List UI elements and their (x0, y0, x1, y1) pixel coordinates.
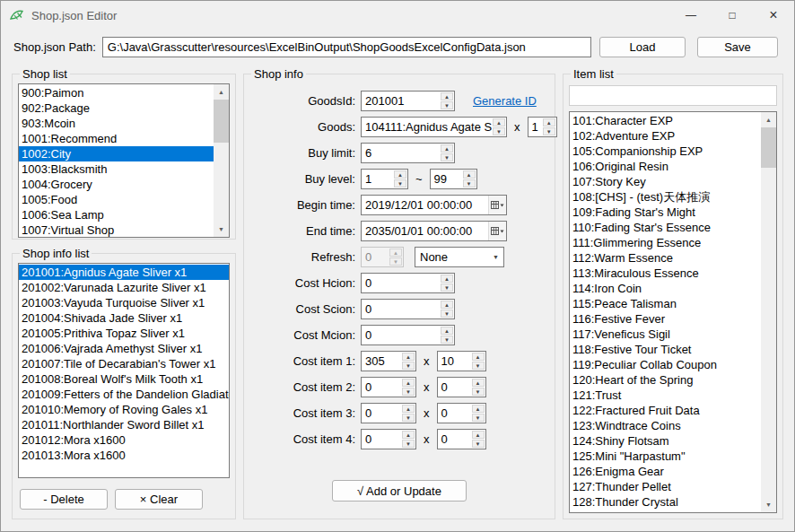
spin-up-icon[interactable]: ▲ (472, 353, 485, 361)
path-input[interactable] (102, 37, 591, 57)
goodsid-spinner[interactable]: 201001 ▲▼ (361, 91, 455, 111)
list-item[interactable]: 201001:Agnidus Agate Sliver x1 (19, 265, 229, 280)
list-item[interactable]: 108:[CHS] - (test)天体推演 (570, 189, 761, 205)
item-search-input[interactable] (569, 85, 777, 106)
spin-up-icon[interactable]: ▲ (394, 170, 406, 179)
scroll-up-icon[interactable]: ▲ (761, 112, 776, 127)
spin-up-icon[interactable]: ▲ (402, 405, 415, 413)
begin-time-picker[interactable]: 2019/12/01 00:00:00 (361, 195, 507, 215)
spin-down-icon[interactable]: ▼ (493, 127, 505, 135)
spin-down-icon[interactable]: ▼ (441, 101, 453, 109)
list-item[interactable]: 128:Thunder Crystal (570, 494, 761, 510)
cost-item-1-id-spinner[interactable]: 305 ▲▼ (361, 351, 416, 371)
close-button[interactable]: × (753, 1, 794, 30)
list-item[interactable]: 111:Glimmering Essence (570, 235, 761, 250)
list-item[interactable]: 201012:Mora x1600 (19, 432, 229, 448)
spin-up-icon[interactable]: ▲ (402, 353, 415, 361)
save-button[interactable]: Save (697, 37, 778, 57)
spin-up-icon[interactable]: ▲ (389, 249, 402, 257)
spin-down-icon[interactable]: ▼ (543, 127, 555, 135)
list-item[interactable]: 101:Character EXP (570, 113, 761, 128)
spin-down-icon[interactable]: ▼ (402, 414, 415, 422)
list-item[interactable]: 903:Mcoin (19, 116, 214, 131)
list-item[interactable]: 1003:Blacksmith (19, 161, 214, 177)
list-item[interactable]: 112:Warm Essence (570, 250, 761, 266)
spin-down-icon[interactable]: ▼ (472, 414, 485, 422)
spin-down-icon[interactable]: ▼ (463, 179, 476, 188)
spin-down-icon[interactable]: ▼ (441, 153, 453, 161)
minimize-button[interactable]: — (670, 1, 712, 30)
cost-item-2-count-spinner[interactable]: 0 ▲▼ (437, 377, 486, 397)
cost-scion-spinner[interactable]: 0 ▲▼ (361, 299, 455, 319)
list-item[interactable]: 105:Companionship EXP (570, 144, 761, 159)
list-item[interactable]: 117:Veneficus Sigil (570, 327, 761, 342)
list-item[interactable]: 201009:Fetters of the Dandelion Gladiato (19, 387, 229, 402)
list-item[interactable]: 126:Enigma Gear (570, 464, 761, 479)
spin-up-icon[interactable]: ▲ (402, 379, 415, 387)
spin-down-icon[interactable]: ▼ (389, 257, 402, 266)
list-item[interactable]: 110:Fading Star's Essence (570, 220, 761, 235)
list-item[interactable]: 122:Fractured Fruit Data (570, 403, 761, 418)
list-item[interactable]: 201005:Prithiva Topaz Sliver x1 (19, 326, 229, 341)
list-item[interactable]: 201002:Varunada Lazurite Sliver x1 (19, 280, 229, 295)
list-item[interactable]: 115:Peace Talisman (570, 296, 761, 311)
list-item[interactable]: 102:Adventure EXP (570, 128, 761, 144)
spin-down-icon[interactable]: ▼ (441, 310, 453, 318)
list-item[interactable]: 201006:Vajrada Amethyst Sliver x1 (19, 341, 229, 356)
spin-up-icon[interactable]: ▲ (543, 118, 555, 126)
cost-item-4-id-spinner[interactable]: 0 ▲▼ (361, 429, 416, 449)
maximize-button[interactable]: □ (712, 1, 753, 30)
generate-id-link[interactable]: Generate ID (473, 94, 537, 108)
spin-up-icon[interactable]: ▲ (402, 431, 415, 439)
list-item[interactable]: 114:Iron Coin (570, 281, 761, 296)
list-item[interactable]: 1005:Food (19, 192, 214, 207)
item-list[interactable]: 101:Character EXP102:Adventure EXP105:Co… (569, 111, 777, 513)
list-item[interactable]: 1006:Sea Lamp (19, 207, 214, 222)
end-time-picker[interactable]: 2035/01/01 00:00:00 (361, 221, 507, 241)
scroll-track[interactable] (761, 127, 776, 497)
calendar-dropdown-icon[interactable] (488, 222, 506, 240)
list-item[interactable]: 201007:Tile of Decarabian's Tower x1 (19, 356, 229, 371)
list-item[interactable]: 109:Fading Star's Might (570, 205, 761, 220)
buy-level-min-spinner[interactable]: 1 ▲▼ (361, 169, 408, 189)
spin-up-icon[interactable]: ▲ (441, 92, 453, 100)
calendar-dropdown-icon[interactable] (488, 196, 506, 214)
list-item[interactable]: 106:Original Resin (570, 159, 761, 174)
spin-up-icon[interactable]: ▲ (472, 405, 485, 413)
spin-up-icon[interactable]: ▲ (441, 144, 453, 153)
list-item[interactable]: 123:Windtrace Coins (570, 418, 761, 433)
spin-down-icon[interactable]: ▼ (441, 336, 453, 344)
list-item[interactable]: 1007:Virtual Shop (19, 222, 214, 238)
list-item[interactable]: 119:Peculiar Collab Coupon (570, 357, 761, 372)
list-item[interactable]: 201011:Northlander Sword Billet x1 (19, 417, 229, 432)
list-item[interactable]: 121:Trust (570, 388, 761, 403)
cost-item-3-id-spinner[interactable]: 0 ▲▼ (361, 403, 416, 423)
scroll-track[interactable] (214, 100, 229, 222)
cost-hcion-spinner[interactable]: 0 ▲▼ (361, 273, 455, 293)
spin-up-icon[interactable]: ▲ (441, 327, 453, 335)
spin-down-icon[interactable]: ▼ (394, 179, 406, 188)
spin-down-icon[interactable]: ▼ (402, 388, 415, 396)
list-item[interactable]: 107:Story Key (570, 174, 761, 189)
refresh-type-select[interactable]: None ▼ (415, 247, 504, 267)
cost-item-4-count-spinner[interactable]: 0 ▲▼ (437, 429, 486, 449)
delete-button[interactable]: - Delete (20, 489, 108, 510)
list-item[interactable]: 201013:Mora x1600 (19, 448, 229, 463)
cost-item-3-count-spinner[interactable]: 0 ▲▼ (437, 403, 486, 423)
shop-list[interactable]: 900:Paimon902:Package903:Mcoin1001:Recom… (18, 83, 230, 238)
spin-up-icon[interactable]: ▲ (493, 118, 505, 126)
list-item[interactable]: 1004:Grocery (19, 177, 214, 192)
list-item[interactable]: 124:Shiny Flotsam (570, 433, 761, 449)
scroll-down-icon[interactable]: ▼ (761, 497, 776, 512)
spin-up-icon[interactable]: ▲ (441, 301, 453, 309)
list-item[interactable]: 902:Package (19, 100, 214, 116)
list-item[interactable]: 116:Festive Fever (570, 311, 761, 327)
shop-list-scrollbar[interactable]: ▲ ▼ (214, 84, 229, 237)
list-item[interactable]: 1001:Recommend (19, 131, 214, 146)
goods-spinner[interactable]: 104111:Agnidus Agate S ▲▼ (361, 117, 507, 137)
list-item[interactable]: 201004:Shivada Jade Sliver x1 (19, 310, 229, 326)
scroll-thumb[interactable] (214, 100, 229, 143)
list-item[interactable]: 118:Festive Tour Ticket (570, 342, 761, 357)
spin-up-icon[interactable]: ▲ (441, 275, 453, 283)
spin-down-icon[interactable]: ▼ (402, 440, 415, 448)
